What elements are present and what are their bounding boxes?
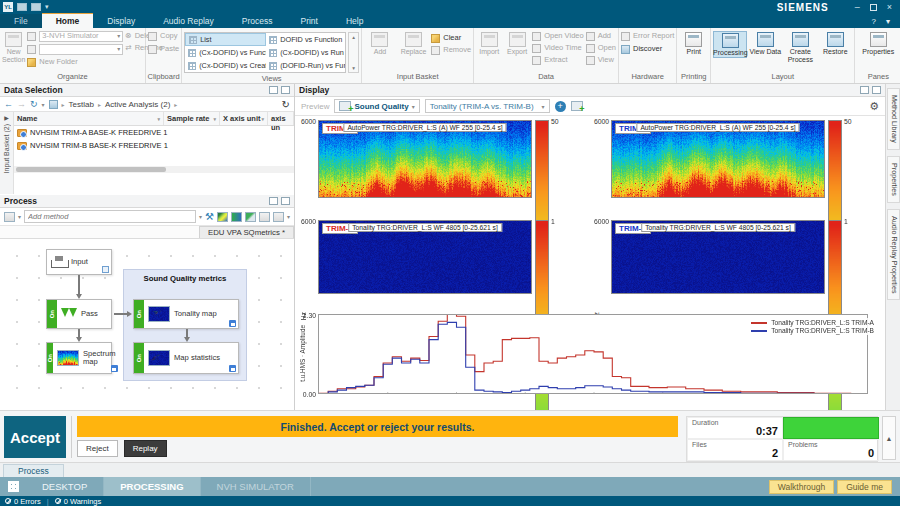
open-data-button[interactable]: Open	[598, 43, 616, 53]
add-to-basket-button[interactable]: Add	[364, 31, 396, 56]
node-pass[interactable]: On Pass	[46, 299, 112, 329]
view-item[interactable]: (Cx-DOFID) vs Creator	[185, 59, 266, 72]
new-folder-button[interactable]: New Folder	[39, 57, 77, 67]
maximize-panel-icon[interactable]	[872, 86, 881, 94]
create-process-button[interactable]: Create Process	[783, 31, 817, 63]
add-method-input[interactable]	[24, 210, 196, 223]
clear-basket-button[interactable]: Clear	[443, 33, 461, 43]
reject-button[interactable]: Reject	[77, 440, 118, 457]
tab-properties[interactable]: Properties	[887, 156, 900, 203]
restore-layout-button[interactable]: Restore	[818, 31, 852, 56]
warnings-status[interactable]: 0 Warnings	[55, 497, 102, 506]
column-header-sample-rate[interactable]: Sample rate▾	[164, 112, 220, 125]
method-group-dropdown-icon[interactable]: ▾	[18, 213, 21, 220]
on-toggle[interactable]: On	[47, 300, 57, 328]
add-picture-icon[interactable]	[571, 101, 583, 111]
properties-panes-button[interactable]: Properties	[857, 31, 899, 56]
restore-button[interactable]	[870, 4, 877, 11]
process-bottom-tab[interactable]: Process	[3, 464, 64, 477]
simulator-dropdown[interactable]: 3-NVH Simulator▾	[39, 31, 123, 42]
node-input[interactable]: Input	[46, 249, 112, 275]
tab-home[interactable]: Home	[42, 13, 94, 28]
views-scrollbar[interactable]: ▴▾	[348, 32, 359, 73]
node-spectrum-map[interactable]: On Spectrum map	[46, 342, 112, 374]
collapse-footer-button[interactable]: ▲	[882, 416, 896, 460]
extract-button[interactable]: Extract	[544, 55, 567, 65]
view-item[interactable]: DOFID vs Function	[266, 33, 345, 46]
column-header-y-axis[interactable]: Y axis un	[268, 112, 294, 125]
add-data-button[interactable]: Add	[598, 31, 611, 41]
help-icon[interactable]: ?	[872, 17, 876, 26]
node-tonality-map[interactable]: On Tonality map	[133, 299, 239, 329]
display-mode-dropdown[interactable]: Sound Quality▾	[334, 99, 419, 113]
table-row[interactable]: NVHSIM TRIM-A BASE-K FREEDRIVE 1	[14, 126, 294, 139]
column-header-x-axis[interactable]: X axis unit▾	[220, 112, 268, 125]
tab-method-library[interactable]: Method Library	[887, 88, 900, 150]
processing-layout-button[interactable]: Processing	[713, 31, 747, 58]
float-panel-icon[interactable]	[860, 86, 869, 94]
method-group-icon[interactable]	[4, 212, 15, 222]
print-quick-icon[interactable]	[31, 3, 41, 11]
walkthrough-button[interactable]: Walkthrough	[769, 480, 834, 494]
tab-display[interactable]: Display	[93, 14, 149, 28]
process-sheet-tab[interactable]: EDU VPA SQmetrics *	[199, 226, 294, 238]
on-toggle[interactable]: On	[134, 343, 144, 373]
view-item[interactable]: (Cx-DOFID) vs Function	[185, 46, 266, 59]
maximize-panel-icon[interactable]	[281, 197, 290, 205]
add-display-icon[interactable]: +	[555, 101, 566, 112]
import-button[interactable]: Import	[476, 31, 502, 56]
paste-button[interactable]: Paste	[160, 44, 179, 54]
print-button[interactable]: Print	[679, 31, 708, 56]
guide-me-button[interactable]: Guide me	[837, 480, 892, 494]
tab-help[interactable]: Help	[332, 14, 377, 28]
remove-basket-button[interactable]: Remove	[443, 45, 471, 55]
table-row[interactable]: NVHSIM TRIM-B BASE-K FREEDRIVE 1	[14, 139, 294, 152]
horizontal-scrollbar[interactable]	[14, 166, 294, 173]
map-tool-icon[interactable]	[245, 212, 256, 222]
tab-audio-replay[interactable]: Audio Replay	[149, 14, 228, 28]
float-panel-icon[interactable]	[269, 86, 278, 94]
gear-icon[interactable]: ⚙	[869, 100, 879, 113]
float-panel-icon[interactable]	[269, 197, 278, 205]
display-view-dropdown[interactable]: Tonality (TRIM-A vs. TRIM-B)▾	[425, 99, 550, 113]
maximize-panel-icon[interactable]	[281, 86, 290, 94]
wrench-icon[interactable]: ⚒	[205, 211, 214, 222]
view-data-layout-button[interactable]: View Data	[748, 31, 782, 56]
breadcrumb-current[interactable]: Active Analysis (2)	[105, 100, 170, 109]
tab-file[interactable]: File	[0, 14, 42, 28]
apps-grid-icon[interactable]	[0, 477, 26, 496]
spectrum-tool-icon[interactable]	[217, 212, 228, 222]
replay-button[interactable]: Replay	[124, 440, 167, 457]
paste-process-icon[interactable]	[273, 212, 284, 222]
video-time-button[interactable]: Video Time	[544, 43, 581, 53]
forward-icon[interactable]: →	[17, 99, 26, 109]
input-basket-side-tab[interactable]: ▶ Input Basket (2)	[0, 112, 14, 194]
tab-audio-replay-properties[interactable]: Audio Replay Properties	[887, 209, 900, 301]
new-section-button[interactable]: New Section	[2, 31, 25, 63]
node-map-statistics[interactable]: On Map statistics	[133, 342, 239, 374]
edit-icon[interactable]	[102, 266, 109, 273]
error-report-button[interactable]: Error Report	[633, 31, 674, 41]
column-header-name[interactable]: Name▾	[14, 112, 164, 125]
copy-button[interactable]: Copy	[160, 31, 178, 41]
view-item[interactable]: (Cx-DOFID) vs Run	[266, 46, 345, 59]
view-item-list[interactable]: List	[185, 33, 266, 46]
refresh-icon[interactable]: ↻	[282, 99, 290, 110]
errors-status[interactable]: 0 Errors	[5, 497, 41, 506]
view-item[interactable]: (DOFID-Run) vs Functi...	[266, 59, 345, 72]
close-button[interactable]: ×	[887, 2, 892, 12]
history-icon[interactable]: ↻	[30, 99, 38, 109]
history-dropdown-icon[interactable]: ▾	[42, 101, 45, 108]
breadcrumb-root[interactable]: Testlab	[69, 100, 94, 109]
collapse-ribbon-icon[interactable]: ▾	[886, 17, 890, 26]
discover-button[interactable]: Discover	[633, 44, 662, 54]
export-button[interactable]: Export	[504, 31, 530, 56]
taskbar-tab-processing[interactable]: PROCESSING	[104, 477, 200, 496]
panel-quick-icon[interactable]	[17, 3, 27, 11]
back-icon[interactable]: ←	[4, 99, 13, 109]
open-video-button[interactable]: Open Video	[544, 31, 583, 41]
replace-basket-button[interactable]: Replace	[398, 31, 430, 56]
on-toggle[interactable]: On	[134, 300, 144, 328]
taskbar-tab-desktop[interactable]: DESKTOP	[26, 477, 104, 496]
qat-dropdown-icon[interactable]: ▾	[45, 3, 49, 11]
